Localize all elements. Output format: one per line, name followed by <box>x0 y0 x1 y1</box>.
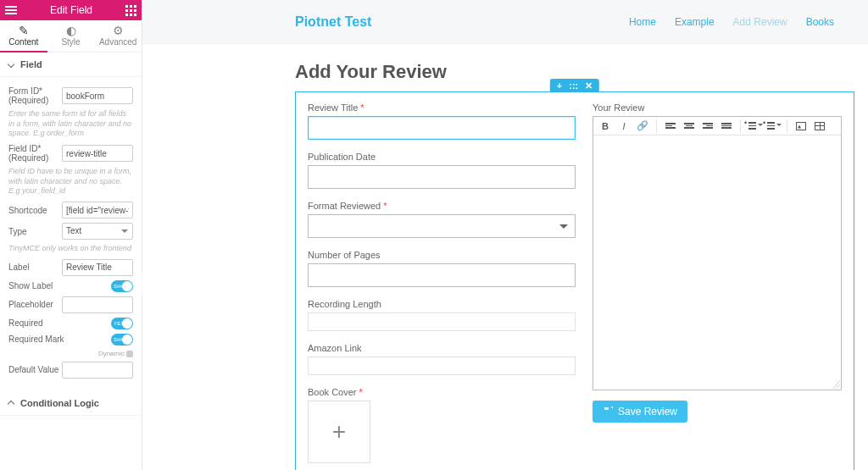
number-list-icon[interactable] <box>766 120 780 132</box>
tab-label: Content <box>8 37 38 47</box>
editor-sidebar: Edit Field ✎ Content ◐ Style ⚙ Advanced … <box>0 0 142 470</box>
bold-icon[interactable]: B <box>598 120 612 132</box>
widget-move-icon[interactable]: ::: <box>569 80 578 91</box>
type-help: TinyMCE only works on the frontend <box>8 244 133 254</box>
showlabel-label: Show Label <box>8 281 85 290</box>
formid-label: Form ID* (Required) <box>8 86 62 105</box>
align-center-icon[interactable] <box>682 120 696 132</box>
label-input[interactable] <box>62 259 133 276</box>
widget-add-icon[interactable]: + <box>557 80 562 91</box>
separator <box>787 119 787 133</box>
fieldid-help: Field ID have to be unique in a form, wi… <box>8 167 133 196</box>
default-label: Default Value <box>8 365 62 374</box>
sidebar-tabs: ✎ Content ◐ Style ⚙ Advanced <box>0 20 142 53</box>
required-toggle[interactable]: YES <box>111 318 133 329</box>
shortcode-label: Shortcode <box>8 206 62 215</box>
yourreview-label: Your Review <box>593 102 842 113</box>
tab-label: Style <box>61 37 80 47</box>
section-field-toggle[interactable]: Field <box>0 53 142 77</box>
bullet-list-icon[interactable] <box>748 120 761 132</box>
save-review-button[interactable]: Save Review <box>593 401 687 423</box>
gear-icon: ⚙ <box>94 24 142 37</box>
showlabel-toggle[interactable]: SHOW <box>111 280 133 292</box>
widget-close-icon[interactable]: ✕ <box>585 80 593 91</box>
section-title: Field <box>20 59 42 69</box>
sidebar-header: Edit Field <box>0 0 142 20</box>
requiredmark-label: Required Mark <box>8 335 85 344</box>
image-icon[interactable] <box>794 120 808 132</box>
menu-icon[interactable] <box>5 6 17 14</box>
tab-label: Advanced <box>99 37 136 47</box>
widget-handle: + ::: ✕ <box>550 79 599 92</box>
label-label: Label <box>8 263 62 272</box>
apps-icon[interactable] <box>125 5 136 16</box>
link-icon[interactable]: 🔗 <box>636 120 649 132</box>
required-label: Required <box>8 318 85 328</box>
cover-label: Book Cover * <box>308 387 576 397</box>
requiredmark-toggle[interactable]: SHOW <box>111 334 133 346</box>
form-widget[interactable]: + ::: ✕ Review Title * Publication Date <box>295 91 854 470</box>
nav-add-review[interactable]: Add Review <box>733 16 787 28</box>
preview-area: Piotnet Test Home Example Add Review Boo… <box>142 0 868 470</box>
table-icon[interactable] <box>813 120 826 132</box>
chevron-down-icon <box>8 61 14 68</box>
align-right-icon[interactable] <box>701 120 715 132</box>
nav-home[interactable]: Home <box>629 16 656 28</box>
separator <box>656 119 657 133</box>
placeholder-label: Placeholder <box>8 300 62 309</box>
dynamic-tags[interactable]: Dynamic <box>8 350 133 357</box>
tab-advanced[interactable]: ⚙ Advanced <box>94 20 142 52</box>
reclen-label: Recording Length <box>308 299 576 309</box>
formid-help: Enter the same form id for all fields in… <box>8 109 133 139</box>
separator <box>740 119 741 133</box>
sidebar-title: Edit Field <box>17 4 125 16</box>
nav-books[interactable]: Books <box>806 16 834 28</box>
section-title: Conditional Logic <box>20 398 99 408</box>
formid-input[interactable] <box>62 87 133 104</box>
pages-label: Number of Pages <box>308 250 576 260</box>
save-icon <box>603 406 613 417</box>
cover-upload[interactable]: + <box>308 401 370 463</box>
section-field-body: Form ID* (Required) Enter the same form … <box>0 77 142 391</box>
amazon-label: Amazon Link <box>308 343 576 353</box>
site-nav: Home Example Add Review Books <box>629 16 834 28</box>
tab-content[interactable]: ✎ Content <box>0 20 47 52</box>
type-label: Type <box>8 227 62 236</box>
form-left-column: Review Title * Publication Date Format R… <box>308 102 576 470</box>
format-select[interactable] <box>308 214 576 238</box>
form-right-column: Your Review B I 🔗 <box>593 102 842 470</box>
site-header: Piotnet Test Home Example Add Review Boo… <box>142 0 868 44</box>
database-icon <box>126 351 133 357</box>
rte-toolbar: B I 🔗 <box>593 117 841 135</box>
fieldid-label: Field ID* (Required) <box>8 144 62 163</box>
nav-example[interactable]: Example <box>675 16 715 28</box>
align-left-icon[interactable] <box>664 120 677 132</box>
section-conditional-toggle[interactable]: Conditional Logic <box>0 391 142 416</box>
shortcode-input[interactable] <box>62 202 133 218</box>
resize-grip-icon[interactable] <box>832 380 840 389</box>
type-select[interactable]: Text <box>62 223 133 240</box>
pencil-icon: ✎ <box>0 24 47 37</box>
pubdate-input[interactable] <box>308 165 576 189</box>
review-title-input[interactable] <box>308 116 576 140</box>
pages-input[interactable] <box>308 263 576 287</box>
page-content: Add Your Review + ::: ✕ Review Title * P… <box>142 44 868 470</box>
italic-icon[interactable]: I <box>617 120 631 132</box>
rte-textarea[interactable] <box>593 135 841 390</box>
rich-text-editor: B I 🔗 <box>593 116 842 390</box>
format-label: Format Reviewed * <box>308 201 576 211</box>
chevron-right-icon <box>8 401 14 407</box>
tab-style[interactable]: ◐ Style <box>47 20 95 52</box>
site-brand[interactable]: Piotnet Test <box>295 14 371 30</box>
align-justify-icon[interactable] <box>720 120 733 132</box>
amazon-input[interactable] <box>308 357 576 375</box>
save-button-label: Save Review <box>618 406 677 417</box>
review-title-label: Review Title * <box>308 102 576 113</box>
reclen-input[interactable] <box>308 312 576 331</box>
fieldid-input[interactable] <box>62 145 133 162</box>
pubdate-label: Publication Date <box>308 152 576 162</box>
style-icon: ◐ <box>47 24 95 37</box>
default-input[interactable] <box>62 362 133 379</box>
placeholder-input[interactable] <box>62 296 133 313</box>
